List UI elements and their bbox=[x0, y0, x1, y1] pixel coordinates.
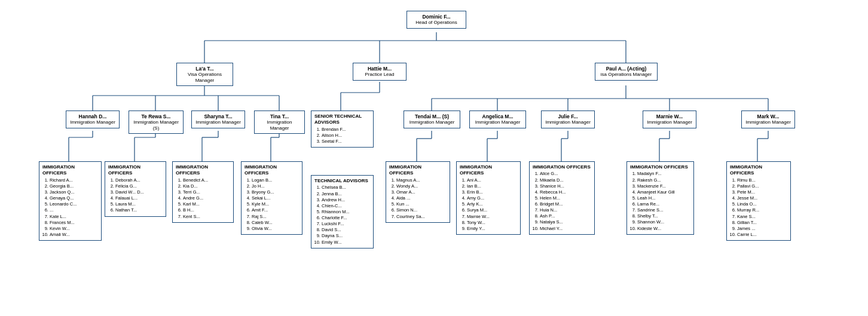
mark-officers-list: Rimu B... Pallavi G... Pete M... Jesse M… bbox=[737, 177, 787, 238]
node-terewa: Te Rewa S... Immigration Manager (S) bbox=[129, 111, 184, 134]
node-sharyna: Sharyna T... Immigration Manager bbox=[191, 111, 245, 128]
list-item: Ian B... bbox=[467, 183, 517, 189]
list-item: Kevin W... bbox=[50, 226, 98, 232]
list-item: Amy G... bbox=[467, 195, 517, 201]
list-item: Sandrine S... bbox=[637, 207, 690, 213]
tendai-officers-title: IMMIGRATION OFFICERS bbox=[389, 164, 447, 177]
list-item: Georgia B... bbox=[50, 183, 98, 189]
list-item: Kate L... bbox=[50, 214, 98, 220]
tina-name: Tina T... bbox=[258, 113, 301, 119]
list-item: Michael Y... bbox=[540, 226, 591, 232]
list-item: Pete M... bbox=[737, 189, 787, 195]
list-item: Andrew H... bbox=[322, 197, 370, 203]
list-item: Karl M... bbox=[183, 201, 230, 207]
node-dominic: Dominic F... Head of Operations bbox=[407, 11, 466, 29]
org-chart: Dominic F... Head of Operations La'a T..… bbox=[0, 0, 868, 316]
node-hattie: Hattie M... Practice Lead bbox=[353, 63, 407, 81]
node-julie: Julie F... Immigration Manager bbox=[541, 111, 595, 128]
angelica-title: Immigration Manager bbox=[473, 119, 522, 125]
list-item: Richard A... bbox=[50, 177, 98, 183]
list-item: Deborah A... bbox=[115, 177, 163, 183]
list-item: Benedict A... bbox=[183, 177, 230, 183]
marnie-officers-title: IMMIGRATION OFFICERS bbox=[630, 164, 690, 170]
list-item: Arty K... bbox=[467, 201, 517, 207]
list-item: Alison H... bbox=[322, 133, 370, 139]
node-marnie: Marnie W... Immigration Manager bbox=[643, 111, 696, 128]
angelica-officers: IMMIGRATION OFFICERS Ani A... Ian B... E… bbox=[456, 161, 521, 235]
list-item: Jo H... bbox=[252, 183, 299, 189]
mark-title: Immigration Manager bbox=[745, 119, 791, 125]
list-item: Marnie W... bbox=[467, 214, 517, 220]
list-item: Amali W... bbox=[50, 232, 98, 238]
tech-advisors-list: Chelsea B... Jenna B... Andrew H... Chie… bbox=[322, 185, 370, 245]
tech-advisors: TECHNICAL ADVISORS Chelsea B... Jenna B.… bbox=[311, 175, 374, 248]
list-item: Emily W... bbox=[322, 240, 370, 246]
terewa-name: Te Rewa S... bbox=[133, 113, 179, 119]
hattie-name: Hattie M... bbox=[357, 66, 402, 72]
list-item: Rimu B... bbox=[737, 177, 787, 183]
laa-title: Visa Operations Manager bbox=[181, 72, 229, 83]
terewa-officers: IMMIGRATION OFFICERS Deborah A... Felici… bbox=[105, 161, 166, 217]
list-item: Luckshi F... bbox=[322, 221, 370, 227]
list-item: Ani A... bbox=[467, 177, 517, 183]
list-item: Shelby T... bbox=[637, 213, 690, 219]
list-item: Olivia W... bbox=[252, 226, 299, 232]
hannah-name: Hannah D... bbox=[70, 113, 115, 119]
angelica-officers-list: Ani A... Ian B... Erin B... Amy G... Art… bbox=[467, 177, 517, 232]
list-item: Andre G... bbox=[183, 195, 230, 201]
tech-advisors-title: TECHNICAL ADVISORS bbox=[314, 178, 370, 184]
paul-title: isa Operations Manager bbox=[599, 72, 653, 78]
list-item: Kia D... bbox=[183, 183, 230, 189]
node-mark: Mark W... Immigration Manager bbox=[741, 111, 795, 128]
list-item: Alice G... bbox=[540, 171, 591, 177]
list-item: Leah H... bbox=[637, 195, 690, 201]
tina-officers-title: IMMIGRATION OFFICERS bbox=[244, 164, 299, 177]
marnie-officers: IMMIGRATION OFFICERS Madalyn F... Rakesh… bbox=[626, 161, 694, 235]
list-item: B H... bbox=[183, 207, 230, 213]
tina-officers: IMMIGRATION OFFICERS Logan B... Jo H... … bbox=[241, 161, 302, 235]
list-item: Jenna B... bbox=[322, 191, 370, 197]
tendai-title: Immigration Manager bbox=[408, 119, 456, 125]
list-item: Madalyn F... bbox=[637, 171, 690, 177]
list-item: Wondy A... bbox=[396, 183, 447, 189]
list-item: Amit F... bbox=[252, 207, 299, 213]
list-item: Raj S... bbox=[252, 214, 299, 220]
sharyna-name: Sharyna T... bbox=[195, 113, 241, 119]
mark-officers-title: IMMIGRATION OFFICERS bbox=[730, 164, 787, 177]
senior-tech-title: SENIOR TECHNICAL ADVISORS bbox=[314, 113, 370, 126]
list-item: Murray R... bbox=[737, 207, 787, 213]
list-item: Chien-C... bbox=[322, 203, 370, 209]
julie-officers-title: IMMIGRATION OFFICERS bbox=[533, 164, 591, 170]
hannah-officers: IMMIGRATION OFFICERS Richard A... Georgi… bbox=[39, 161, 102, 241]
node-paul: Paul A... (Acting) isa Operations Manage… bbox=[595, 63, 658, 81]
list-item: Caleb W... bbox=[252, 220, 299, 226]
marnie-title: Immigration Manager bbox=[647, 119, 692, 125]
list-item: Charlotte F... bbox=[322, 215, 370, 221]
list-item: Sekai L... bbox=[252, 195, 299, 201]
list-item: Leonardo C... bbox=[50, 201, 98, 207]
list-item: Larna Re... bbox=[637, 201, 690, 207]
senior-tech-list: Brendan F... Alison H... Seetal F... bbox=[322, 127, 370, 145]
hannah-officers-title: IMMIGRATION OFFICERS bbox=[42, 164, 98, 177]
list-item: Ash P... bbox=[540, 213, 591, 219]
list-item: ... bbox=[50, 207, 98, 213]
list-item: Omar A... bbox=[396, 189, 447, 195]
paul-name: Paul A... (Acting) bbox=[599, 66, 653, 72]
list-item: Bryony G... bbox=[252, 189, 299, 195]
list-item: Mackenzie F... bbox=[637, 183, 690, 189]
tendai-officers-list: Magnus A... Wondy A... Omar A... Aida ..… bbox=[396, 177, 447, 220]
list-item: Huia N... bbox=[540, 207, 591, 213]
julie-name: Julie F... bbox=[545, 113, 591, 119]
terewa-title: Immigration Manager (S) bbox=[133, 119, 179, 131]
list-item: Kun ... bbox=[396, 201, 447, 207]
julie-officers: IMMIGRATION OFFICERS Alice G... Mikaela … bbox=[529, 161, 595, 235]
list-item: Shanice H... bbox=[540, 183, 591, 189]
list-item: Kent S... bbox=[183, 214, 230, 220]
julie-officers-list: Alice G... Mikaela D... Shanice H... Reb… bbox=[540, 171, 591, 231]
hannah-title: Immigration Manager bbox=[70, 119, 115, 125]
list-item: Surya M... bbox=[467, 207, 517, 213]
list-item: David W... D... bbox=[115, 189, 163, 195]
list-item: Brendan F... bbox=[322, 127, 370, 133]
list-item: Laura M... bbox=[115, 201, 163, 207]
tina-officers-list: Logan B... Jo H... Bryony G... Sekai L..… bbox=[252, 177, 299, 232]
